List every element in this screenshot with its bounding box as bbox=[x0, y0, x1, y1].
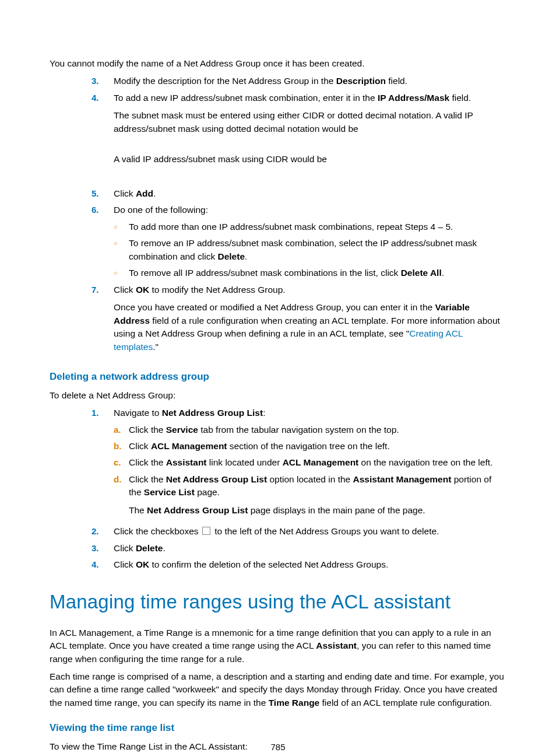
step-3: 3. Modify the description for the Net Ad… bbox=[92, 75, 506, 88]
top-ordered-list: 3. Modify the description for the Net Ad… bbox=[50, 75, 506, 216]
text: To add more than one IP address/subnet m… bbox=[129, 220, 506, 233]
step-content: Click Add. bbox=[114, 187, 506, 200]
heading-viewing-time-range: Viewing the time range list bbox=[50, 721, 506, 736]
text: Modify the description for the Net Addre… bbox=[114, 76, 336, 86]
alpha-marker: d. bbox=[114, 473, 129, 522]
bold-text: Service List bbox=[144, 487, 195, 497]
text: To remove an IP address/subnet mask comb… bbox=[129, 237, 506, 263]
s1-step-4: 4. Click OK to confirm the deletion of t… bbox=[92, 558, 506, 571]
top-paragraph: You cannot modify the name of a Net Addr… bbox=[50, 57, 506, 70]
text: Click the bbox=[129, 474, 166, 484]
step-content: Click OK to confirm the deletion of the … bbox=[114, 558, 506, 571]
text: page. bbox=[195, 487, 220, 497]
step-6: 6. Do one of the following: bbox=[92, 204, 506, 216]
step-7-wrap: 7. Click OK to modify the Net Address Gr… bbox=[50, 284, 506, 358]
step-marker: 3. bbox=[92, 542, 114, 555]
text: Click the Assistant link located under A… bbox=[129, 456, 506, 469]
step-content: Navigate to Net Address Group List: bbox=[114, 407, 506, 419]
text: Click bbox=[129, 441, 151, 451]
text: To remove all IP address/subnet mask com… bbox=[129, 267, 506, 279]
text: Click the bbox=[129, 425, 166, 435]
text: section of the navigation tree on the le… bbox=[227, 441, 390, 451]
bold-text: Assistant Management bbox=[353, 474, 452, 484]
bullet-icon: ○ bbox=[114, 267, 129, 279]
step-marker: 4. bbox=[92, 558, 114, 571]
bold-text: Assistant bbox=[316, 640, 357, 650]
alpha-marker: a. bbox=[114, 424, 129, 436]
text: . bbox=[153, 188, 156, 198]
bold-text: ACL Management bbox=[283, 457, 359, 467]
text: to the left of the Net Address Groups yo… bbox=[212, 526, 439, 536]
text: Click the Service tab from the tabular n… bbox=[129, 424, 506, 436]
step-marker: 3. bbox=[92, 75, 114, 88]
text: field of an ACL template rule configurat… bbox=[319, 698, 492, 708]
bold-text: ACL Management bbox=[151, 441, 227, 451]
step-4-note2: A valid IP address/subnet mask using CID… bbox=[114, 153, 506, 166]
text: Do one of the following: bbox=[114, 204, 506, 216]
text: Click bbox=[114, 543, 136, 553]
text: page displays in the main pane of the pa… bbox=[248, 505, 425, 515]
text: field. bbox=[386, 76, 407, 86]
text: Click bbox=[114, 559, 136, 569]
text: Click bbox=[114, 188, 136, 198]
section1-intro: To delete a Net Address Group: bbox=[50, 389, 506, 402]
s1-step-1: 1. Navigate to Net Address Group List: bbox=[92, 407, 506, 419]
step-content: To add a new IP address/subnet mask comb… bbox=[114, 92, 506, 184]
step-4-note1: The subnet mask must be entered using ei… bbox=[114, 109, 506, 135]
bold-text: OK bbox=[136, 559, 149, 569]
text: . bbox=[163, 543, 165, 553]
sub-d: d. Click the Net Address Group List opti… bbox=[114, 473, 506, 522]
bold-text: Delete bbox=[218, 251, 245, 261]
text: Click bbox=[114, 285, 136, 295]
step-marker: 4. bbox=[92, 92, 114, 184]
text: on the navigation tree on the left. bbox=[358, 457, 492, 467]
step-content: Click Delete. bbox=[114, 542, 506, 555]
section2-p2: Each time range is comprised of a name, … bbox=[50, 670, 506, 709]
text: The bbox=[129, 505, 147, 515]
text: : bbox=[263, 408, 265, 418]
bold-text: Delete All bbox=[401, 268, 442, 278]
step-marker: 6. bbox=[92, 204, 114, 216]
bold-text: Time Range bbox=[269, 698, 320, 708]
text: . bbox=[245, 251, 247, 261]
text: Once you have created or modified a Net … bbox=[114, 302, 435, 312]
bold-text: Net Address Group List bbox=[166, 474, 267, 484]
step-4: 4. To add a new IP address/subnet mask c… bbox=[92, 92, 506, 184]
text: to modify the Net Address Group. bbox=[149, 285, 285, 295]
text: Click the checkboxes bbox=[114, 526, 201, 536]
step-6-sublist: ○ To add more than one IP address/subnet… bbox=[50, 220, 506, 280]
step-5: 5. Click Add. bbox=[92, 187, 506, 200]
alpha-marker: c. bbox=[114, 456, 129, 469]
heading-managing-time-ranges: Managing time ranges using the ACL assis… bbox=[50, 588, 506, 616]
bold-text: OK bbox=[136, 285, 149, 295]
alpha-marker: b. bbox=[114, 440, 129, 453]
bold-text: Net Address Group List bbox=[162, 408, 263, 418]
bold-text: IP Address/Mask bbox=[378, 93, 449, 103]
text: Click the bbox=[129, 457, 166, 467]
bold-text: Delete bbox=[136, 543, 163, 553]
bold-text: Net Address Group List bbox=[147, 505, 248, 515]
step-content: Click the checkboxes to the left of the … bbox=[114, 525, 506, 538]
text: tab from the tabular navigation system o… bbox=[198, 425, 399, 435]
text: . bbox=[442, 268, 444, 278]
step-marker: 7. bbox=[92, 284, 114, 358]
substep-c: ○ To remove all IP address/subnet mask c… bbox=[114, 267, 506, 279]
s1-step-2: 2. Click the checkboxes to the left of t… bbox=[92, 525, 506, 538]
section1-list: 1. Navigate to Net Address Group List: bbox=[50, 407, 506, 419]
bold-text: Service bbox=[166, 425, 198, 435]
substep-b: ○ To remove an IP address/subnet mask co… bbox=[114, 237, 506, 263]
text: To remove an IP address/subnet mask comb… bbox=[129, 238, 477, 261]
text: To remove all IP address/subnet mask com… bbox=[129, 268, 401, 278]
bullet-icon: ○ bbox=[114, 220, 129, 233]
page: You cannot modify the name of a Net Addr… bbox=[0, 0, 556, 756]
sub-b: b. Click ACL Management section of the n… bbox=[114, 440, 506, 453]
sub-d-note: The Net Address Group List page displays… bbox=[129, 504, 506, 517]
text: ." bbox=[153, 342, 159, 352]
step-marker: 1. bbox=[92, 407, 114, 419]
text: To add a new IP address/subnet mask comb… bbox=[114, 93, 378, 103]
text: Click ACL Management section of the navi… bbox=[129, 440, 506, 453]
step-content: Modify the description for the Net Addre… bbox=[114, 75, 506, 88]
step-7-para: Once you have created or modified a Net … bbox=[114, 301, 506, 354]
bullet-icon: ○ bbox=[114, 237, 129, 263]
step-marker: 5. bbox=[92, 187, 114, 200]
